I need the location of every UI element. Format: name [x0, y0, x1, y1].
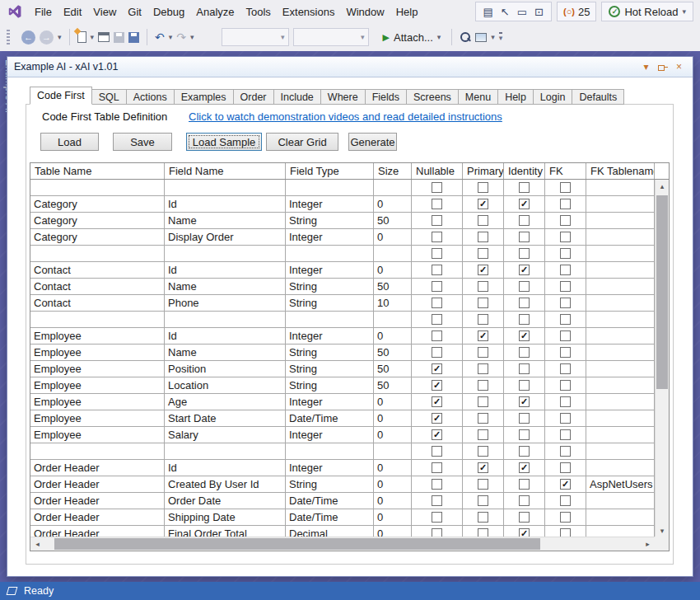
hot-reload-caret-icon[interactable]: ▾ [682, 8, 686, 16]
checkbox-identity[interactable] [519, 281, 530, 292]
checkbox-identity[interactable] [519, 314, 530, 325]
column-header-field-type[interactable]: Field Type [286, 163, 374, 179]
tab-code-first[interactable]: Code First [30, 87, 92, 105]
checkbox-primary[interactable]: ✓ [478, 265, 488, 275]
cell-size[interactable]: 0 [374, 476, 412, 492]
cell-fk-tablename[interactable] [586, 262, 655, 278]
cell-size[interactable]: 0 [374, 509, 412, 525]
tab-help[interactable]: Help [498, 89, 534, 105]
cell-field-name[interactable]: Created By User Id [165, 476, 286, 492]
cell-table-name[interactable] [30, 180, 165, 195]
tab-where[interactable]: Where [321, 89, 366, 105]
cell-identity[interactable] [504, 443, 545, 459]
tab-screens[interactable]: Screens [407, 89, 459, 105]
cell-identity[interactable]: ✓ [504, 328, 545, 344]
cell-identity[interactable] [504, 279, 545, 294]
save-all-icon[interactable] [128, 32, 139, 43]
cell-field-type[interactable]: String [286, 361, 374, 377]
vertical-scrollbar[interactable]: ▴ ▾ [655, 180, 669, 538]
cell-field-name[interactable]: Order Date [165, 493, 286, 509]
cell-fk-tablename[interactable] [586, 312, 655, 327]
cell-primary[interactable] [463, 394, 504, 410]
horizontal-scrollbar[interactable]: ◂ ▸ [30, 537, 655, 551]
column-header-primary[interactable]: Primary [463, 163, 504, 179]
cell-fk[interactable] [545, 410, 586, 426]
checkbox-primary[interactable]: ✓ [478, 330, 488, 341]
cell-size[interactable]: 10 [374, 295, 412, 311]
cell-field-type[interactable]: Date/Time [286, 509, 374, 525]
cell-fk-tablename[interactable] [586, 328, 655, 344]
cell-fk-tablename[interactable] [586, 295, 655, 311]
undo-button[interactable]: ↶ [155, 31, 165, 43]
checkbox-identity[interactable]: ✓ [519, 199, 530, 209]
checkbox-primary[interactable]: ✓ [478, 462, 488, 473]
cell-table-name[interactable]: Employee [30, 427, 165, 443]
menu-file[interactable]: File [29, 2, 58, 22]
cell-identity[interactable] [504, 361, 545, 377]
cell-field-type[interactable]: String [286, 476, 374, 492]
cell-nullable[interactable]: ✓ [412, 427, 463, 443]
checkbox-fk[interactable] [560, 429, 571, 440]
configuration-combobox[interactable]: ▾ [222, 28, 289, 46]
cell-identity[interactable] [504, 493, 545, 509]
checkbox-nullable[interactable] [432, 462, 442, 473]
checkbox-primary[interactable] [478, 495, 488, 506]
cell-fk[interactable] [545, 377, 586, 393]
cell-nullable[interactable]: ✓ [412, 361, 463, 377]
checkbox-fk[interactable] [560, 298, 571, 308]
cell-primary[interactable] [463, 410, 504, 426]
horizontal-scroll-thumb[interactable] [54, 538, 540, 550]
cell-size[interactable]: 0 [374, 460, 412, 476]
cell-fk[interactable] [545, 460, 586, 476]
cell-size[interactable]: 50 [374, 377, 412, 393]
cell-fk-tablename[interactable] [586, 410, 655, 426]
cell-fk[interactable] [545, 361, 586, 377]
cell-identity[interactable]: ✓ [504, 262, 545, 278]
menu-tools[interactable]: Tools [240, 2, 277, 22]
window-menu-icon[interactable]: ▾ [639, 60, 653, 74]
redo-caret-icon[interactable]: ▾ [190, 34, 194, 41]
cell-fk[interactable] [545, 345, 586, 360]
cell-fk-tablename[interactable] [586, 345, 655, 360]
checkbox-primary[interactable] [478, 512, 488, 523]
cell-field-name[interactable]: Name [165, 279, 286, 294]
cell-fk-tablename[interactable] [586, 377, 655, 393]
cell-fk[interactable] [545, 196, 586, 212]
checkbox-identity[interactable] [519, 232, 530, 242]
checkbox-nullable[interactable]: ✓ [432, 396, 442, 407]
cell-table-name[interactable]: Contact [30, 279, 165, 294]
cell-table-name[interactable]: Category [30, 213, 165, 228]
cell-table-name[interactable]: Order Header [30, 476, 165, 492]
checkbox-nullable[interactable] [432, 512, 442, 523]
cell-nullable[interactable] [412, 213, 463, 228]
cell-identity[interactable] [504, 213, 545, 228]
cell-identity[interactable] [504, 377, 545, 393]
checkbox-primary[interactable] [478, 298, 488, 308]
vertical-scroll-track[interactable] [656, 194, 669, 524]
checkbox-nullable[interactable] [432, 182, 442, 193]
checkbox-fk[interactable] [560, 413, 571, 424]
tab-actions[interactable]: Actions [127, 89, 175, 105]
cell-fk-tablename[interactable] [586, 180, 655, 195]
checkbox-primary[interactable]: ✓ [478, 199, 488, 209]
checkbox-identity[interactable] [519, 347, 530, 358]
cell-primary[interactable] [463, 493, 504, 509]
menu-window[interactable]: Window [340, 2, 390, 22]
clear-grid-button[interactable]: Clear Grid [266, 133, 338, 151]
layout-box-icon[interactable]: ▭ [517, 7, 527, 17]
cell-nullable[interactable] [412, 509, 463, 525]
cell-nullable[interactable] [412, 312, 463, 327]
tab-sql[interactable]: SQL [92, 89, 127, 105]
checkbox-fk[interactable] [560, 215, 571, 226]
tab-fields[interactable]: Fields [366, 89, 407, 105]
checkbox-primary[interactable] [478, 380, 488, 391]
cell-identity[interactable] [504, 180, 545, 195]
cell-field-type[interactable]: Integer [286, 460, 374, 476]
cell-nullable[interactable] [412, 493, 463, 509]
background-tasks-icon[interactable] [7, 587, 18, 595]
column-header-identity[interactable]: Identity [504, 163, 545, 179]
window-title-bar[interactable]: Example AI - xAI v1.01 ▾ × [7, 57, 693, 77]
scroll-left-icon[interactable]: ◂ [30, 537, 44, 551]
cell-fk[interactable] [545, 295, 586, 311]
cell-nullable[interactable] [412, 229, 463, 245]
